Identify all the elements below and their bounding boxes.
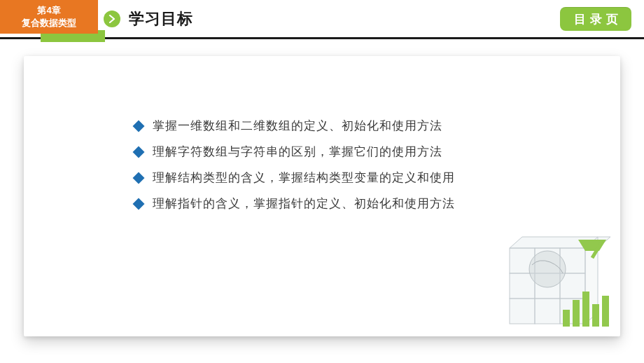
- svg-rect-7: [535, 299, 560, 324]
- diamond-bullet-icon: [133, 146, 145, 158]
- bullet-text: 掌握一维数组和二维数组的定义、初始化和使用方法: [153, 118, 442, 134]
- svg-rect-12: [563, 310, 570, 327]
- svg-rect-15: [592, 304, 599, 327]
- chapter-title: 复合数据类型: [22, 17, 76, 29]
- bullet-text: 理解字符数组与字符串的区别，掌握它们的使用方法: [153, 144, 442, 160]
- list-item: 掌握一维数组和二维数组的定义、初始化和使用方法: [134, 118, 455, 134]
- list-item: 理解指针的含义，掌握指针的定义、初始化和使用方法: [134, 196, 455, 212]
- diamond-bullet-icon: [133, 198, 145, 210]
- chapter-tab: 第4章 复合数据类型: [0, 0, 98, 34]
- toc-label: 目录页: [574, 11, 622, 27]
- svg-rect-6: [510, 299, 535, 324]
- title-row: 学习目标: [104, 8, 193, 29]
- diamond-bullet-icon: [133, 120, 145, 132]
- diamond-bullet-icon: [133, 172, 145, 184]
- toc-button[interactable]: 目录页: [560, 7, 631, 31]
- page-title: 学习目标: [129, 8, 193, 29]
- svg-rect-14: [582, 292, 589, 327]
- list-item: 理解字符数组与字符串的区别，掌握它们的使用方法: [134, 144, 455, 160]
- svg-rect-16: [602, 296, 609, 327]
- bullet-list: 掌握一维数组和二维数组的定义、初始化和使用方法 理解字符数组与字符串的区别，掌握…: [134, 118, 455, 212]
- content-card: 掌握一维数组和二维数组的定义、初始化和使用方法 理解字符数组与字符串的区别，掌握…: [24, 56, 620, 336]
- decorative-cube-globe-icon: [496, 227, 615, 332]
- chevron-right-icon: [104, 11, 120, 27]
- chapter-number: 第4章: [37, 4, 60, 17]
- list-item: 理解结构类型的含义，掌握结构类型变量的定义和使用: [134, 170, 455, 186]
- bullet-text: 理解指针的含义，掌握指针的定义、初始化和使用方法: [153, 196, 455, 212]
- svg-rect-13: [573, 300, 580, 327]
- slide-header: 第4章 复合数据类型 学习目标 目录页: [0, 0, 644, 42]
- bullet-text: 理解结构类型的含义，掌握结构类型变量的定义和使用: [153, 170, 455, 186]
